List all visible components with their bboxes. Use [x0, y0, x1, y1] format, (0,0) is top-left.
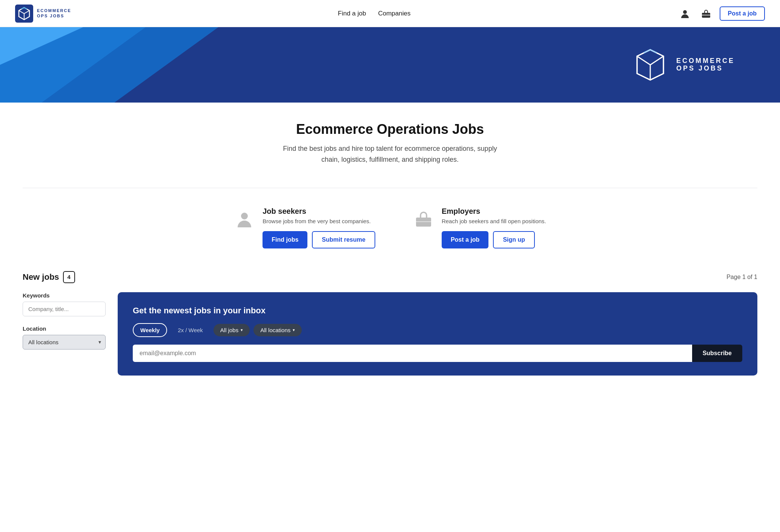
- location-select-wrapper: All locations: [23, 335, 106, 350]
- location-label: Location: [23, 325, 106, 332]
- all-locations-pill[interactable]: All locations ▾: [253, 324, 302, 336]
- keywords-filter-group: Keywords: [23, 292, 106, 316]
- jobs-title-text: New jobs: [23, 272, 59, 282]
- site-header: Ecommerce OPS JOBS Find a job Companies …: [0, 0, 780, 27]
- jobs-layout: Keywords Location All locations Get the …: [23, 292, 757, 376]
- email-signup-box: Get the newest jobs in your inbox Weekly…: [118, 292, 757, 376]
- post-job-button[interactable]: Post a job: [720, 6, 765, 21]
- page-info: Page 1 of 1: [726, 274, 757, 281]
- hero-brand-text: Ecommerce OPS JOBS: [676, 57, 735, 72]
- jobs-title: New jobs 4: [23, 271, 75, 283]
- divider: [23, 188, 757, 188]
- hero-decoration: [0, 27, 312, 103]
- job-seekers-description: Browse jobs from the very best companies…: [263, 218, 375, 224]
- 2x-week-pill[interactable]: 2x / Week: [171, 324, 209, 336]
- subscribe-button[interactable]: Subscribe: [692, 345, 742, 362]
- email-input[interactable]: [133, 345, 692, 362]
- all-locations-chevron-icon: ▾: [293, 328, 295, 333]
- employer-icon: [413, 209, 434, 230]
- logo-icon: [15, 5, 33, 23]
- nav-companies[interactable]: Companies: [378, 10, 410, 17]
- jobs-header: New jobs 4 Page 1 of 1: [23, 271, 757, 283]
- hero-brand: Ecommerce OPS JOBS: [633, 48, 735, 82]
- briefcase-icon: [701, 8, 711, 19]
- jobs-count-badge: 4: [63, 271, 75, 283]
- page-subheading: Find the best jobs and hire top talent f…: [277, 143, 503, 165]
- all-jobs-pill[interactable]: All jobs ▾: [213, 324, 250, 336]
- svg-point-11: [241, 213, 248, 219]
- logo[interactable]: Ecommerce OPS JOBS: [15, 5, 71, 23]
- keywords-label: Keywords: [23, 292, 106, 299]
- logo-text: Ecommerce OPS JOBS: [37, 8, 71, 18]
- briefcase-icon-button[interactable]: [699, 6, 714, 21]
- location-select[interactable]: All locations: [23, 335, 106, 350]
- employers-heading: Employers: [442, 207, 546, 216]
- employers-buttons: Post a job Sign up: [442, 231, 546, 248]
- job-seekers-card: Job seekers Browse jobs from the very be…: [234, 207, 375, 248]
- weekly-pill[interactable]: Weekly: [133, 323, 167, 337]
- job-seekers-content: Job seekers Browse jobs from the very be…: [263, 207, 375, 248]
- all-jobs-chevron-icon: ▾: [241, 328, 243, 333]
- user-icon-button[interactable]: [677, 6, 692, 21]
- job-seekers-heading: Job seekers: [263, 207, 375, 216]
- cta-section: Job seekers Browse jobs from the very be…: [0, 199, 780, 264]
- employers-content: Employers Reach job seekers and fill ope…: [442, 207, 546, 248]
- header-actions: Post a job: [677, 6, 765, 21]
- employers-description: Reach job seekers and fill open position…: [442, 218, 546, 224]
- submit-resume-button[interactable]: Submit resume: [312, 231, 375, 248]
- find-jobs-button[interactable]: Find jobs: [263, 231, 307, 248]
- email-input-row: Subscribe: [133, 345, 742, 362]
- svg-point-3: [683, 10, 687, 14]
- hero-logo-icon: [633, 48, 667, 82]
- employers-card: Employers Reach job seekers and fill ope…: [413, 207, 546, 248]
- tagline-section: Ecommerce Operations Jobs Find the best …: [0, 103, 780, 176]
- sign-up-button[interactable]: Sign up: [493, 231, 535, 248]
- email-signup-heading: Get the newest jobs in your inbox: [133, 306, 742, 316]
- user-icon: [680, 8, 690, 19]
- job-seekers-buttons: Find jobs Submit resume: [263, 231, 375, 248]
- jobs-section: New jobs 4 Page 1 of 1 Keywords Location…: [0, 264, 780, 383]
- nav-find-a-job[interactable]: Find a job: [338, 10, 366, 17]
- sidebar-filters: Keywords Location All locations: [23, 292, 106, 359]
- hero-banner: Ecommerce OPS JOBS: [0, 27, 780, 103]
- keywords-input[interactable]: [23, 302, 106, 316]
- location-filter-group: Location All locations: [23, 325, 106, 350]
- job-seeker-icon: [234, 209, 255, 230]
- post-job-cta-button[interactable]: Post a job: [442, 231, 488, 248]
- page-heading: Ecommerce Operations Jobs: [8, 121, 772, 137]
- main-nav: Find a job Companies: [338, 10, 411, 17]
- frequency-pills: Weekly 2x / Week All jobs ▾ All location…: [133, 323, 742, 337]
